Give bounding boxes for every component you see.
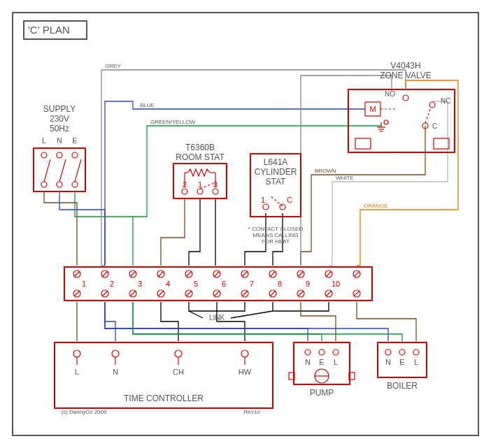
svg-text:1: 1: [261, 196, 265, 204]
wire-rs-2: [161, 199, 185, 266]
zone-valve-block: V4043H ZONE VALVE M NO NC C: [348, 61, 455, 152]
svg-text:5: 5: [194, 280, 198, 288]
svg-line-55: [130, 291, 136, 296]
svg-point-30: [403, 95, 408, 101]
zv-model: V4043H: [390, 61, 420, 71]
svg-point-21: [263, 204, 269, 210]
svg-point-124: [399, 349, 405, 355]
svg-text:1: 1: [82, 280, 86, 288]
svg-line-101: [231, 311, 273, 318]
svg-rect-43: [434, 138, 449, 149]
svg-line-79: [298, 291, 304, 296]
svg-text:HW: HW: [239, 368, 252, 376]
svg-point-2: [72, 152, 78, 158]
svg-text:FOR HEAT: FOR HEAT: [262, 238, 290, 245]
svg-line-83: [326, 291, 332, 296]
svg-point-125: [413, 349, 419, 355]
supply-freq: 50Hz: [50, 124, 69, 133]
svg-line-71: [242, 291, 248, 296]
svg-text:4: 4: [166, 280, 170, 288]
svg-text:NO: NO: [385, 90, 395, 98]
svg-line-47: [74, 291, 80, 296]
svg-line-70: [242, 271, 248, 277]
svg-line-63: [186, 291, 192, 296]
wire-tc-HW: [217, 302, 245, 341]
svg-rect-42: [355, 138, 371, 149]
svg-text:9: 9: [306, 280, 310, 288]
svg-text:6: 6: [222, 280, 226, 288]
svg-line-62: [186, 271, 192, 277]
svg-text:N: N: [305, 358, 311, 366]
supply-L: L: [42, 136, 46, 145]
svg-text:E: E: [399, 358, 404, 366]
boiler-block: N E L BOILER: [378, 342, 427, 391]
wire-tc-N: [105, 302, 115, 341]
wiring-diagram: 'C' PLAN GREY BLUE GREEN/YELLOW BROWN WH…: [0, 0, 491, 448]
svg-line-58: [158, 271, 164, 277]
resistor-icon: [187, 169, 210, 176]
wire-brown-label: BROWN: [315, 168, 336, 174]
junction-strip: 1 2 3 4 5 6 7 8 9 10 LINK: [64, 267, 372, 321]
svg-line-82: [326, 271, 332, 277]
svg-line-50: [102, 271, 108, 277]
svg-line-74: [270, 271, 276, 277]
svg-text:E: E: [319, 358, 324, 366]
room-stat-block: T6360B ROOM STAT 2 1 3: [173, 143, 227, 198]
supply-E: E: [72, 136, 77, 145]
wire-pump-L: [301, 302, 336, 341]
revision: Rev1d: [243, 409, 259, 415]
svg-text:1: 1: [198, 180, 202, 189]
svg-point-114: [305, 349, 311, 355]
svg-point-32: [429, 102, 435, 108]
wire-supply-N: [59, 192, 105, 266]
wire-gy-label: GREEN/YELLOW: [150, 119, 195, 125]
svg-text:C: C: [432, 122, 437, 130]
svg-text:N: N: [385, 358, 391, 366]
svg-point-22: [280, 204, 285, 210]
svg-point-4: [57, 182, 62, 187]
svg-point-1: [57, 152, 62, 158]
svg-text:CH: CH: [173, 368, 184, 376]
zv-label: ZONE VALVE: [380, 71, 432, 80]
wire-blue-label: BLUE: [140, 102, 155, 108]
pump-label: PUMP: [310, 388, 334, 398]
wire-orange-label: ORANGE: [364, 203, 388, 209]
supply-N: N: [57, 136, 62, 145]
svg-text:3: 3: [138, 280, 142, 288]
wire-boiler-L: [357, 302, 416, 341]
svg-text:C: C: [287, 196, 292, 204]
svg-text:8: 8: [278, 280, 282, 288]
supply-voltage: 230V: [50, 114, 69, 124]
cylstat-label1: CYLINDER: [255, 167, 297, 177]
svg-line-78: [298, 271, 304, 277]
svg-text:2: 2: [183, 180, 187, 189]
svg-line-66: [214, 271, 220, 277]
wire-tc-CH: [161, 302, 178, 341]
svg-line-59: [158, 291, 164, 296]
svg-point-102: [73, 350, 80, 357]
svg-text:2: 2: [110, 280, 114, 288]
svg-line-87: [354, 291, 360, 296]
cylinder-stat-block: L641A CYLINDER STAT 1 C * CONTACT CLOSED…: [248, 154, 304, 245]
roomstat-label: ROOM STAT: [176, 152, 225, 162]
wire-white-label: WHITE: [336, 175, 354, 181]
svg-line-46: [74, 271, 80, 277]
svg-text:* CONTACT CLOSED: * CONTACT CLOSED: [248, 226, 304, 232]
svg-point-14: [182, 189, 187, 194]
svg-point-123: [385, 349, 391, 355]
svg-point-105: [241, 350, 248, 357]
svg-text:3: 3: [213, 180, 218, 189]
wire-pump-N: [105, 302, 308, 341]
svg-text:L: L: [75, 368, 79, 376]
svg-text:L: L: [414, 358, 418, 366]
roomstat-model: T6360B: [185, 143, 215, 152]
wire-boiler-N: [105, 302, 388, 341]
svg-line-100: [189, 311, 203, 318]
wire-zv-brown: [301, 126, 425, 266]
diagram-title: 'C' PLAN: [28, 24, 70, 36]
pump-block: N E L PUMP: [289, 342, 355, 398]
wire-supply-E: [75, 192, 133, 266]
svg-text:10: 10: [332, 280, 340, 288]
svg-line-36: [425, 108, 431, 123]
wire-grey-label: GREY: [105, 63, 121, 69]
